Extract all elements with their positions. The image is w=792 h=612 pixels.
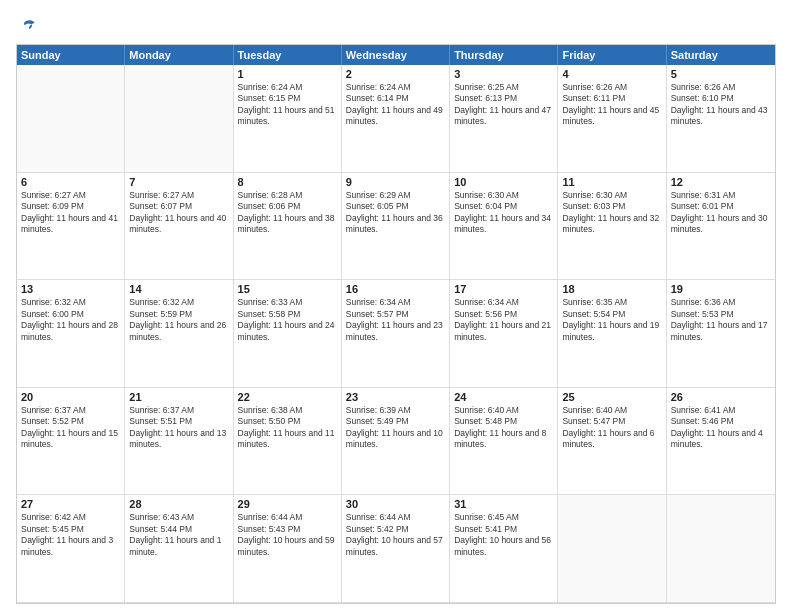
cell-info: Sunrise: 6:42 AM Sunset: 5:45 PM Dayligh… xyxy=(21,512,120,558)
calendar-cell: 19Sunrise: 6:36 AM Sunset: 5:53 PM Dayli… xyxy=(667,280,775,388)
logo xyxy=(16,16,38,36)
cell-info: Sunrise: 6:44 AM Sunset: 5:42 PM Dayligh… xyxy=(346,512,445,558)
calendar-cell xyxy=(558,495,666,603)
calendar-cell: 22Sunrise: 6:38 AM Sunset: 5:50 PM Dayli… xyxy=(234,388,342,496)
calendar-body: 1Sunrise: 6:24 AM Sunset: 6:15 PM Daylig… xyxy=(17,65,775,603)
cell-info: Sunrise: 6:35 AM Sunset: 5:54 PM Dayligh… xyxy=(562,297,661,343)
cell-info: Sunrise: 6:34 AM Sunset: 5:57 PM Dayligh… xyxy=(346,297,445,343)
calendar-cell: 31Sunrise: 6:45 AM Sunset: 5:41 PM Dayli… xyxy=(450,495,558,603)
calendar-cell: 14Sunrise: 6:32 AM Sunset: 5:59 PM Dayli… xyxy=(125,280,233,388)
calendar-cell: 28Sunrise: 6:43 AM Sunset: 5:44 PM Dayli… xyxy=(125,495,233,603)
logo-text xyxy=(16,16,38,36)
cell-info: Sunrise: 6:38 AM Sunset: 5:50 PM Dayligh… xyxy=(238,405,337,451)
cell-info: Sunrise: 6:28 AM Sunset: 6:06 PM Dayligh… xyxy=(238,190,337,236)
day-number: 17 xyxy=(454,283,553,295)
day-number: 18 xyxy=(562,283,661,295)
calendar-cell: 15Sunrise: 6:33 AM Sunset: 5:58 PM Dayli… xyxy=(234,280,342,388)
day-number: 9 xyxy=(346,176,445,188)
day-number: 28 xyxy=(129,498,228,510)
cell-info: Sunrise: 6:40 AM Sunset: 5:47 PM Dayligh… xyxy=(562,405,661,451)
calendar-cell: 17Sunrise: 6:34 AM Sunset: 5:56 PM Dayli… xyxy=(450,280,558,388)
day-number: 26 xyxy=(671,391,771,403)
day-number: 8 xyxy=(238,176,337,188)
cell-info: Sunrise: 6:26 AM Sunset: 6:11 PM Dayligh… xyxy=(562,82,661,128)
day-number: 3 xyxy=(454,68,553,80)
cell-info: Sunrise: 6:41 AM Sunset: 5:46 PM Dayligh… xyxy=(671,405,771,451)
calendar-cell: 16Sunrise: 6:34 AM Sunset: 5:57 PM Dayli… xyxy=(342,280,450,388)
calendar-header-cell: Thursday xyxy=(450,45,558,65)
calendar-cell: 9Sunrise: 6:29 AM Sunset: 6:05 PM Daylig… xyxy=(342,173,450,281)
cell-info: Sunrise: 6:32 AM Sunset: 6:00 PM Dayligh… xyxy=(21,297,120,343)
calendar-cell: 20Sunrise: 6:37 AM Sunset: 5:52 PM Dayli… xyxy=(17,388,125,496)
calendar-cell xyxy=(125,65,233,173)
cell-info: Sunrise: 6:27 AM Sunset: 6:07 PM Dayligh… xyxy=(129,190,228,236)
cell-info: Sunrise: 6:24 AM Sunset: 6:14 PM Dayligh… xyxy=(346,82,445,128)
cell-info: Sunrise: 6:44 AM Sunset: 5:43 PM Dayligh… xyxy=(238,512,337,558)
calendar-cell: 12Sunrise: 6:31 AM Sunset: 6:01 PM Dayli… xyxy=(667,173,775,281)
cell-info: Sunrise: 6:37 AM Sunset: 5:51 PM Dayligh… xyxy=(129,405,228,451)
calendar-cell: 6Sunrise: 6:27 AM Sunset: 6:09 PM Daylig… xyxy=(17,173,125,281)
day-number: 29 xyxy=(238,498,337,510)
cell-info: Sunrise: 6:39 AM Sunset: 5:49 PM Dayligh… xyxy=(346,405,445,451)
calendar-cell xyxy=(17,65,125,173)
calendar-cell: 7Sunrise: 6:27 AM Sunset: 6:07 PM Daylig… xyxy=(125,173,233,281)
cell-info: Sunrise: 6:43 AM Sunset: 5:44 PM Dayligh… xyxy=(129,512,228,558)
cell-info: Sunrise: 6:32 AM Sunset: 5:59 PM Dayligh… xyxy=(129,297,228,343)
day-number: 13 xyxy=(21,283,120,295)
day-number: 22 xyxy=(238,391,337,403)
calendar-cell: 26Sunrise: 6:41 AM Sunset: 5:46 PM Dayli… xyxy=(667,388,775,496)
day-number: 14 xyxy=(129,283,228,295)
calendar-cell: 23Sunrise: 6:39 AM Sunset: 5:49 PM Dayli… xyxy=(342,388,450,496)
calendar-cell: 25Sunrise: 6:40 AM Sunset: 5:47 PM Dayli… xyxy=(558,388,666,496)
calendar-cell xyxy=(667,495,775,603)
calendar-cell: 1Sunrise: 6:24 AM Sunset: 6:15 PM Daylig… xyxy=(234,65,342,173)
day-number: 30 xyxy=(346,498,445,510)
day-number: 31 xyxy=(454,498,553,510)
cell-info: Sunrise: 6:31 AM Sunset: 6:01 PM Dayligh… xyxy=(671,190,771,236)
day-number: 6 xyxy=(21,176,120,188)
calendar-cell: 27Sunrise: 6:42 AM Sunset: 5:45 PM Dayli… xyxy=(17,495,125,603)
cell-info: Sunrise: 6:24 AM Sunset: 6:15 PM Dayligh… xyxy=(238,82,337,128)
calendar-cell: 30Sunrise: 6:44 AM Sunset: 5:42 PM Dayli… xyxy=(342,495,450,603)
calendar-header-cell: Wednesday xyxy=(342,45,450,65)
cell-info: Sunrise: 6:30 AM Sunset: 6:03 PM Dayligh… xyxy=(562,190,661,236)
calendar-header-cell: Tuesday xyxy=(234,45,342,65)
cell-info: Sunrise: 6:37 AM Sunset: 5:52 PM Dayligh… xyxy=(21,405,120,451)
day-number: 23 xyxy=(346,391,445,403)
calendar-cell: 21Sunrise: 6:37 AM Sunset: 5:51 PM Dayli… xyxy=(125,388,233,496)
cell-info: Sunrise: 6:45 AM Sunset: 5:41 PM Dayligh… xyxy=(454,512,553,558)
cell-info: Sunrise: 6:26 AM Sunset: 6:10 PM Dayligh… xyxy=(671,82,771,128)
day-number: 2 xyxy=(346,68,445,80)
calendar-cell: 29Sunrise: 6:44 AM Sunset: 5:43 PM Dayli… xyxy=(234,495,342,603)
day-number: 16 xyxy=(346,283,445,295)
calendar-cell: 2Sunrise: 6:24 AM Sunset: 6:14 PM Daylig… xyxy=(342,65,450,173)
calendar-header-cell: Saturday xyxy=(667,45,775,65)
day-number: 7 xyxy=(129,176,228,188)
day-number: 24 xyxy=(454,391,553,403)
calendar: SundayMondayTuesdayWednesdayThursdayFrid… xyxy=(16,44,776,604)
calendar-cell: 11Sunrise: 6:30 AM Sunset: 6:03 PM Dayli… xyxy=(558,173,666,281)
page-container: SundayMondayTuesdayWednesdayThursdayFrid… xyxy=(0,0,792,612)
day-number: 11 xyxy=(562,176,661,188)
cell-info: Sunrise: 6:36 AM Sunset: 5:53 PM Dayligh… xyxy=(671,297,771,343)
day-number: 1 xyxy=(238,68,337,80)
calendar-header-cell: Monday xyxy=(125,45,233,65)
day-number: 15 xyxy=(238,283,337,295)
day-number: 10 xyxy=(454,176,553,188)
day-number: 5 xyxy=(671,68,771,80)
day-number: 21 xyxy=(129,391,228,403)
cell-info: Sunrise: 6:40 AM Sunset: 5:48 PM Dayligh… xyxy=(454,405,553,451)
cell-info: Sunrise: 6:29 AM Sunset: 6:05 PM Dayligh… xyxy=(346,190,445,236)
cell-info: Sunrise: 6:34 AM Sunset: 5:56 PM Dayligh… xyxy=(454,297,553,343)
cell-info: Sunrise: 6:25 AM Sunset: 6:13 PM Dayligh… xyxy=(454,82,553,128)
calendar-cell: 24Sunrise: 6:40 AM Sunset: 5:48 PM Dayli… xyxy=(450,388,558,496)
calendar-cell: 3Sunrise: 6:25 AM Sunset: 6:13 PM Daylig… xyxy=(450,65,558,173)
cell-info: Sunrise: 6:30 AM Sunset: 6:04 PM Dayligh… xyxy=(454,190,553,236)
calendar-cell: 4Sunrise: 6:26 AM Sunset: 6:11 PM Daylig… xyxy=(558,65,666,173)
calendar-header-cell: Sunday xyxy=(17,45,125,65)
calendar-cell: 10Sunrise: 6:30 AM Sunset: 6:04 PM Dayli… xyxy=(450,173,558,281)
day-number: 19 xyxy=(671,283,771,295)
cell-info: Sunrise: 6:33 AM Sunset: 5:58 PM Dayligh… xyxy=(238,297,337,343)
calendar-cell: 18Sunrise: 6:35 AM Sunset: 5:54 PM Dayli… xyxy=(558,280,666,388)
calendar-cell: 13Sunrise: 6:32 AM Sunset: 6:00 PM Dayli… xyxy=(17,280,125,388)
